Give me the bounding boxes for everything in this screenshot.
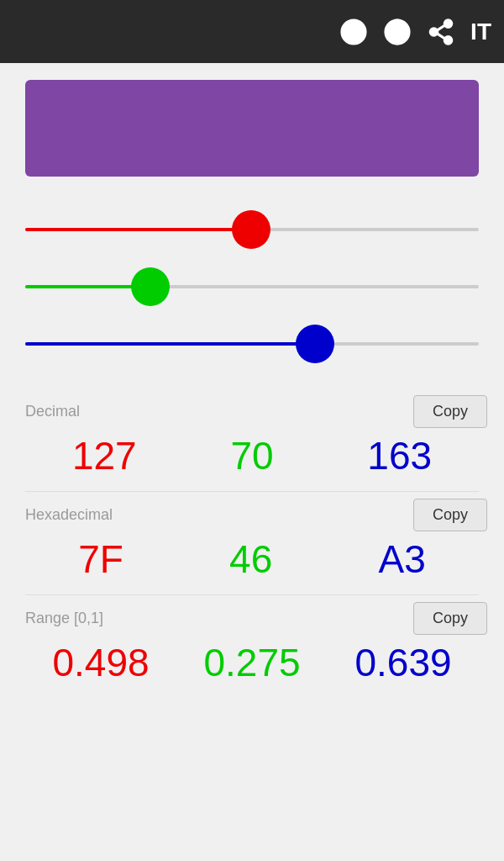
decimal-group: Decimal Copy 127 70 163: [17, 388, 487, 487]
hexadecimal-label: Hexadecimal: [25, 506, 113, 524]
blue-slider-thumb[interactable]: [296, 325, 334, 363]
svg-point-8: [444, 19, 452, 26]
values-section: Decimal Copy 127 70 163 Hexadecimal Copy…: [0, 388, 504, 694]
blue-slider-row[interactable]: [25, 323, 479, 365]
hex-blue: A3: [379, 536, 426, 582]
svg-point-10: [444, 36, 452, 44]
language-label[interactable]: IT: [470, 18, 491, 45]
blue-slider-track[interactable]: [25, 342, 479, 346]
svg-point-9: [430, 28, 438, 35]
range-green: 0.275: [203, 640, 300, 685]
svg-line-12: [437, 33, 444, 38]
hexadecimal-group: Hexadecimal Copy 7F 46 A3: [17, 492, 487, 590]
red-slider-fill: [25, 228, 251, 231]
green-slider-track[interactable]: [25, 285, 479, 288]
hex-red: 7F: [78, 536, 123, 582]
range-label: Range [0,1]: [25, 610, 103, 627]
decimal-header: Decimal Copy: [17, 388, 487, 430]
blue-slider-fill: [25, 342, 315, 346]
red-slider-thumb[interactable]: [232, 210, 270, 249]
decimal-green: 70: [230, 433, 273, 478]
red-slider-track[interactable]: [25, 228, 479, 231]
color-preview: [25, 80, 479, 177]
decimal-blue: 163: [367, 433, 432, 478]
share-icon[interactable]: [427, 18, 455, 46]
range-red: 0.498: [52, 640, 149, 685]
range-header: Range [0,1] Copy: [17, 595, 487, 637]
decimal-label: Decimal: [25, 403, 80, 420]
decimal-values: 127 70 163: [17, 430, 487, 487]
range-copy-button[interactable]: Copy: [413, 602, 487, 635]
toolbar: IT: [0, 0, 504, 63]
green-slider-row[interactable]: [25, 266, 479, 308]
hex-green: 46: [229, 536, 272, 582]
globe-icon[interactable]: [383, 18, 412, 46]
hexadecimal-header: Hexadecimal Copy: [17, 492, 487, 533]
range-values: 0.498 0.275 0.639: [17, 637, 487, 694]
sliders-container: [0, 185, 504, 388]
info-icon[interactable]: [339, 18, 368, 46]
hexadecimal-values: 7F 46 A3: [17, 533, 487, 590]
green-slider-thumb[interactable]: [131, 267, 170, 306]
decimal-copy-button[interactable]: Copy: [413, 395, 487, 428]
svg-line-11: [437, 24, 444, 29]
range-group: Range [0,1] Copy 0.498 0.275 0.639: [17, 595, 487, 694]
decimal-red: 127: [72, 433, 137, 478]
range-blue: 0.639: [354, 640, 451, 685]
hexadecimal-copy-button[interactable]: Copy: [413, 499, 487, 531]
red-slider-row[interactable]: [25, 209, 479, 251]
